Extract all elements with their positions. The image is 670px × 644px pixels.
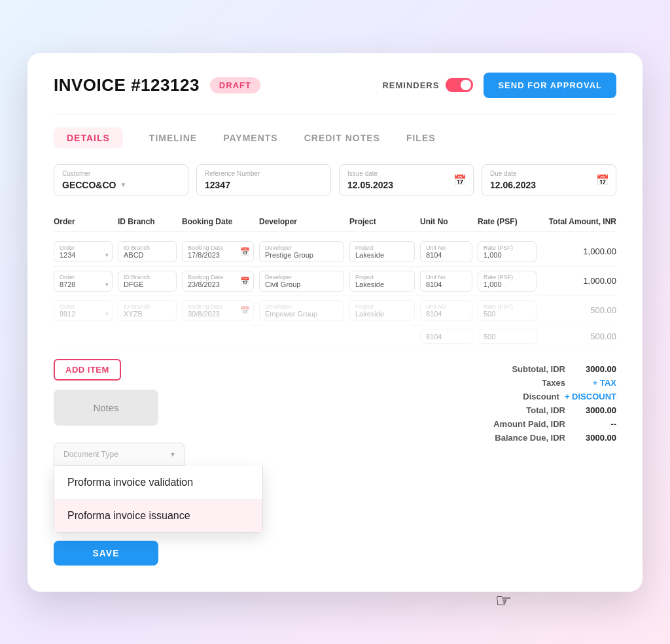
document-type-label: Document Type: [63, 450, 118, 459]
cell-developer-1[interactable]: Developer Prestige Group: [259, 241, 344, 262]
due-date-calendar-icon[interactable]: 📅: [596, 174, 609, 186]
balance-due-label: Balance Due, IDR: [493, 433, 565, 443]
invoice-title: INVOICE #123123: [54, 75, 200, 95]
col-id-branch: ID Branch: [118, 217, 177, 226]
tab-timeline[interactable]: TIMELINE: [149, 127, 197, 148]
tab-bar: DETAILS TIMELINE PAYMENTS CREDIT NOTES F…: [54, 127, 616, 148]
table-row: Order 8728 ▾ ID Branch DFGE Booking Date…: [54, 267, 616, 296]
reference-field[interactable]: Reference Number 12347: [196, 164, 331, 196]
amount-paid-value: --: [571, 419, 616, 429]
cell-rate-4[interactable]: 500: [478, 330, 537, 344]
cell-booking-1[interactable]: Booking Date 17/8/2023 📅: [182, 241, 254, 262]
cell-unit-2[interactable]: Unit No 8104: [420, 271, 472, 292]
col-total-amount: Total Amount, INR: [542, 217, 616, 226]
customer-label: Customer: [62, 170, 180, 177]
taxes-value[interactable]: + TAX: [571, 378, 616, 388]
due-date-field[interactable]: Due date 12.06.2023 📅: [482, 164, 616, 196]
summary-amount-paid-row: Amount Paid, IDR --: [472, 419, 616, 429]
cell-project-3[interactable]: Project Lakeside: [349, 300, 415, 321]
notes-save-area: Notes Document Type ▾ Proforma invoice v…: [54, 390, 459, 566]
total-value: 3000.00: [571, 405, 616, 415]
amount-paid-label: Amount Paid, IDR: [493, 419, 565, 429]
summary-discount-row: Discount + DISCOUNT: [472, 392, 616, 401]
cell-booking-2[interactable]: Booking Date 23/8/2023 📅: [182, 271, 254, 292]
document-type-trigger[interactable]: Document Type ▾: [54, 443, 185, 466]
table-body: Order 1234 ▾ ID Branch ABCD Booking Date…: [54, 237, 616, 348]
balance-due-value: 3000.00: [571, 433, 616, 443]
notes-label: Notes: [93, 402, 118, 413]
cell-rate-2[interactable]: Rate (PSF) 1,000: [478, 271, 537, 292]
tab-credit-notes[interactable]: CREDIT NOTES: [304, 127, 380, 148]
table-row: 8104 500 500.00: [54, 326, 616, 348]
table-header: Order ID Branch Booking Date Developer P…: [54, 212, 616, 232]
issue-date-value: 12.05.2023: [347, 180, 465, 190]
cursor-icon: ☞: [495, 590, 512, 611]
cell-branch-2[interactable]: ID Branch DFGE: [118, 271, 177, 292]
table-row: Order 9912 ▾ ID Branch XYZB Booking Date…: [54, 296, 616, 326]
cell-developer-3[interactable]: Developer Empower Group: [259, 300, 344, 321]
summary-taxes-row: Taxes + TAX: [472, 378, 616, 388]
cell-amount-4: 500.00: [542, 331, 616, 341]
invoice-card: INVOICE #123123 DRAFT REMINDERS SEND FOR…: [27, 53, 643, 592]
cell-order-3[interactable]: Order 9912 ▾: [54, 300, 113, 321]
document-type-area: Document Type ▾ Proforma invoice validat…: [54, 443, 459, 533]
reminders-toggle[interactable]: [446, 78, 473, 92]
dropdown-item-validation[interactable]: Proforma invoice validation: [54, 466, 262, 500]
tab-details[interactable]: DETAILS: [54, 127, 123, 148]
cell-developer-2[interactable]: Developer Civil Group: [259, 271, 344, 292]
cell-branch-3[interactable]: ID Branch XYZB: [118, 300, 177, 321]
cell-order-1[interactable]: Order 1234 ▾: [54, 241, 113, 262]
bottom-area: ADD ITEM Notes Document Type ▾ Proforma …: [54, 359, 616, 566]
cell-order-2[interactable]: Order 8728 ▾: [54, 271, 113, 292]
draft-badge: DRAFT: [210, 77, 260, 93]
summary-balance-due-row: Balance Due, IDR 3000.00: [472, 433, 616, 443]
dropdown-item-issuance[interactable]: Proforma invoice issuance: [54, 500, 262, 532]
col-rate: Rate (PSF): [478, 217, 537, 226]
form-fields-row: Customer GECCO&CO ▼ Reference Number 123…: [54, 164, 616, 196]
cell-amount-3: 500.00: [542, 305, 616, 315]
cell-unit-3[interactable]: Unit No 8104: [420, 300, 472, 321]
cell-branch-1[interactable]: ID Branch ABCD: [118, 241, 177, 262]
total-label: Total, IDR: [493, 405, 565, 415]
tab-payments[interactable]: PAYMENTS: [223, 127, 277, 148]
cell-project-2[interactable]: Project Lakeside: [349, 271, 415, 292]
cell-booking-3[interactable]: Booking Date 30/8/2023 📅: [182, 300, 254, 321]
taxes-label: Taxes: [493, 378, 565, 388]
subtotal-label: Subtotal, IDR: [493, 364, 565, 374]
document-type-dropdown-menu: Proforma invoice validation Proforma inv…: [54, 466, 263, 533]
col-order: Order: [54, 217, 113, 226]
col-developer: Developer: [259, 217, 344, 226]
due-date-value: 12.06.2023: [490, 180, 608, 190]
col-booking-date: Booking Date: [182, 217, 254, 226]
table-row: Order 1234 ▾ ID Branch ABCD Booking Date…: [54, 237, 616, 267]
reference-value: 12347: [205, 180, 323, 190]
cell-rate-3[interactable]: Rate (PSF) 500: [478, 300, 537, 321]
invoice-header: INVOICE #123123 DRAFT REMINDERS SEND FOR…: [54, 73, 616, 98]
discount-label: Discount: [487, 392, 559, 401]
add-item-button[interactable]: ADD ITEM: [54, 359, 121, 381]
cell-rate-1[interactable]: Rate (PSF) 1,000: [478, 241, 537, 262]
save-button[interactable]: SAVE: [54, 541, 158, 566]
customer-value: GECCO&CO ▼: [62, 180, 180, 190]
cell-unit-4[interactable]: 8104: [420, 330, 472, 344]
issue-date-calendar-icon[interactable]: 📅: [453, 174, 467, 186]
due-date-label: Due date: [490, 170, 608, 177]
cell-amount-1: 1,000.00: [542, 246, 616, 256]
tab-files[interactable]: FILES: [406, 127, 436, 148]
reference-label: Reference Number: [205, 170, 323, 177]
send-for-approval-button[interactable]: SEND FOR APPROVAL: [484, 73, 616, 98]
customer-field[interactable]: Customer GECCO&CO ▼: [54, 164, 188, 196]
col-unit-no: Unit No: [420, 217, 472, 226]
col-project: Project: [349, 217, 415, 226]
summary-total-row: Total, IDR 3000.00: [472, 405, 616, 415]
issue-date-label: Issue date: [347, 170, 465, 177]
cell-unit-1[interactable]: Unit No 8104: [420, 241, 472, 262]
cell-amount-2: 1,000.00: [542, 276, 616, 286]
header-divider: [54, 114, 616, 114]
notes-box[interactable]: Notes: [54, 390, 158, 426]
discount-value[interactable]: + DISCOUNT: [565, 392, 616, 401]
left-bottom-section: ADD ITEM Notes Document Type ▾ Proforma …: [54, 359, 459, 566]
summary-subtotal-row: Subtotal, IDR 3000.00: [472, 364, 616, 374]
cell-project-1[interactable]: Project Lakeside: [349, 241, 415, 262]
issue-date-field[interactable]: Issue date 12.05.2023 📅: [339, 164, 474, 196]
